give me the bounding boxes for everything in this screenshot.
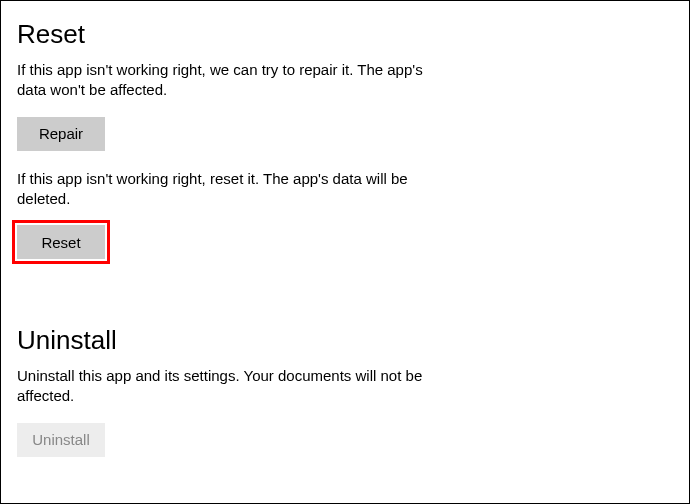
reset-heading: Reset [17,19,673,50]
uninstall-button[interactable]: Uninstall [17,423,105,457]
repair-description: If this app isn't working right, we can … [17,60,447,101]
uninstall-description: Uninstall this app and its settings. You… [17,366,447,407]
reset-button[interactable]: Reset [17,225,105,259]
repair-button[interactable]: Repair [17,117,105,151]
reset-description: If this app isn't working right, reset i… [17,169,447,210]
uninstall-heading: Uninstall [17,325,673,356]
